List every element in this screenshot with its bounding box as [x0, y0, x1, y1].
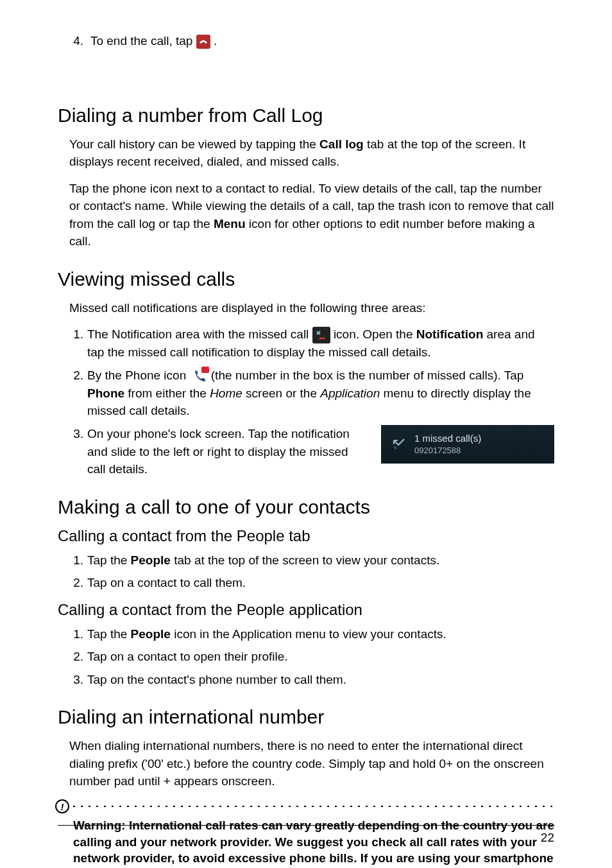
footer-rule	[58, 825, 554, 826]
dotted-rule	[73, 806, 554, 807]
list-item: 2.Tap on a contact to call them.	[69, 574, 554, 592]
people-tab-steps: 1.Tap the People tab at the top of the s…	[69, 551, 554, 592]
list-item: 2.Tap on a contact to open their profile…	[69, 648, 554, 666]
step-text-post: .	[214, 34, 217, 48]
list-marker: 4.	[69, 32, 83, 50]
paragraph: Tap the phone icon next to a contact to …	[69, 180, 554, 250]
people-app-steps: 1.Tap the People icon in the Application…	[69, 625, 554, 689]
missed-call-count-label: 1 missed call(s)	[414, 431, 481, 446]
lockscreen-missed-call-widget: 1 missed call(s) 0920172588	[381, 425, 554, 464]
missed-call-text: 1 missed call(s) 0920172588	[414, 431, 481, 458]
page-number: 22	[541, 831, 554, 845]
paragraph: Your call history can be viewed by tappi…	[69, 135, 554, 171]
list-item: 1.Tap the People icon in the Application…	[69, 625, 554, 643]
list-item: 1.Tap the People tab at the top of the s…	[69, 551, 554, 569]
warning-icon: !	[55, 799, 69, 813]
missed-calls-list: 1. The Notification area with the missed…	[69, 326, 554, 478]
phone-with-badge-icon	[190, 368, 208, 385]
step-text-pre: To end the call, tap	[90, 34, 196, 48]
heading-international-number: Dialing an international number	[58, 706, 554, 728]
heading-making-call-contacts: Making a call to one of your contacts	[58, 496, 554, 518]
missed-call-notification-icon	[312, 327, 330, 343]
subheading-people-app: Calling a contact from the People applic…	[58, 601, 554, 619]
end-call-icon	[196, 35, 210, 49]
heading-viewing-missed-calls: Viewing missed calls	[58, 268, 554, 290]
list-item: 2. By the Phone icon (the number in the …	[69, 367, 554, 420]
missed-call-number: 0920172588	[414, 445, 481, 457]
heading-dialing-call-log: Dialing a number from Call Log	[58, 105, 554, 126]
list-item: 1. The Notification area with the missed…	[69, 326, 554, 361]
list-item: 3.Tap on the contact's phone number to c…	[69, 671, 554, 689]
step-4-end-call: 4. To end the call, tap .	[69, 32, 554, 50]
missed-call-arrow-icon	[390, 437, 408, 452]
subheading-people-tab: Calling a contact from the People tab	[58, 527, 554, 545]
paragraph: Missed call notifications are displayed …	[69, 299, 554, 317]
list-item: 3. On your phone's lock screen. Tap the …	[69, 425, 554, 478]
warning-separator: !	[55, 799, 554, 813]
paragraph: When dialing international numbers, ther…	[69, 737, 554, 790]
missed-count-badge	[201, 367, 209, 373]
